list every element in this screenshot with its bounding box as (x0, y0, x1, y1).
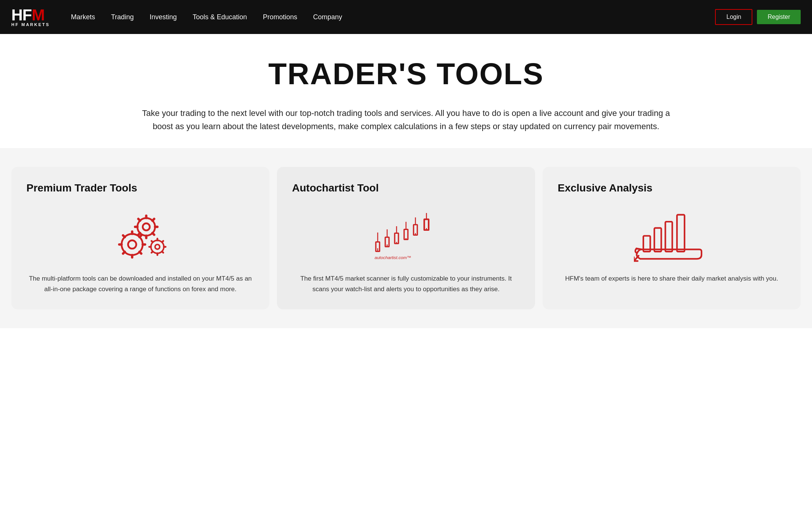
svg-text:autochartist.com™: autochartist.com™ (375, 255, 411, 260)
svg-line-9 (152, 219, 154, 221)
navbar: HF M HF MARKETS Markets Trading Investin… (0, 0, 812, 34)
candlestick-chart-icon: autochartist.com™ (368, 205, 444, 266)
bar-chart-hand-icon (634, 207, 709, 265)
svg-line-16 (123, 236, 125, 238)
card-title-autochartist: Autochartist Tool (292, 182, 520, 194)
card-icon-analysis (558, 205, 786, 266)
nav-tools-education[interactable]: Tools & Education (187, 9, 253, 25)
svg-line-18 (123, 252, 125, 254)
svg-rect-40 (404, 230, 408, 240)
svg-line-19 (140, 236, 141, 238)
svg-line-29 (162, 241, 163, 242)
svg-point-11 (128, 241, 136, 249)
logo[interactable]: HF M HF MARKETS (11, 7, 50, 27)
card-premium-trader-tools: Premium Trader Tools (11, 167, 269, 309)
svg-line-7 (152, 233, 154, 235)
svg-line-28 (152, 252, 153, 253)
card-description-premium: The multi-platform tools can be download… (26, 273, 254, 294)
gears-icon (110, 209, 171, 262)
svg-rect-50 (654, 228, 661, 252)
nav-company[interactable]: Company (307, 9, 348, 25)
card-icon-autochartist: autochartist.com™ (292, 205, 520, 266)
card-autochartist: Autochartist Tool (277, 167, 535, 309)
svg-line-8 (138, 233, 140, 235)
nav-trading[interactable]: Trading (105, 9, 140, 25)
nav-markets[interactable]: Markets (65, 9, 101, 25)
svg-line-26 (152, 241, 153, 242)
svg-point-21 (155, 245, 160, 249)
logo-hf: HF (11, 7, 32, 23)
card-icon-premium (26, 205, 254, 266)
svg-line-17 (140, 252, 141, 254)
hero-description: Take your trading to the next level with… (142, 107, 670, 133)
logo-m: M (32, 7, 45, 23)
nav-actions: Login Register (715, 9, 801, 25)
card-title-analysis: Exclusive Analysis (558, 182, 786, 194)
svg-rect-51 (665, 222, 672, 252)
hero-section: TRADER'S TOOLS Take your trading to the … (0, 34, 812, 148)
register-button[interactable]: Register (757, 10, 801, 24)
nav-promotions[interactable]: Promotions (257, 9, 303, 25)
login-button[interactable]: Login (715, 9, 752, 25)
hero-title: TRADER'S TOOLS (15, 57, 797, 91)
cards-section: Premium Trader Tools (0, 148, 812, 328)
card-title-premium: Premium Trader Tools (26, 182, 254, 194)
svg-line-6 (138, 219, 140, 221)
card-description-autochartist: The first MT4/5 market scanner is fully … (292, 273, 520, 294)
nav-investing[interactable]: Investing (144, 9, 183, 25)
card-description-analysis: HFM's team of experts is here to share t… (558, 273, 786, 284)
logo-subtitle: HF MARKETS (11, 22, 50, 27)
card-exclusive-analysis: Exclusive Analysis (543, 167, 801, 309)
nav-links: Markets Trading Investing Tools & Educat… (65, 9, 715, 25)
svg-line-27 (162, 252, 163, 253)
svg-rect-52 (677, 215, 684, 252)
svg-point-1 (143, 224, 150, 231)
